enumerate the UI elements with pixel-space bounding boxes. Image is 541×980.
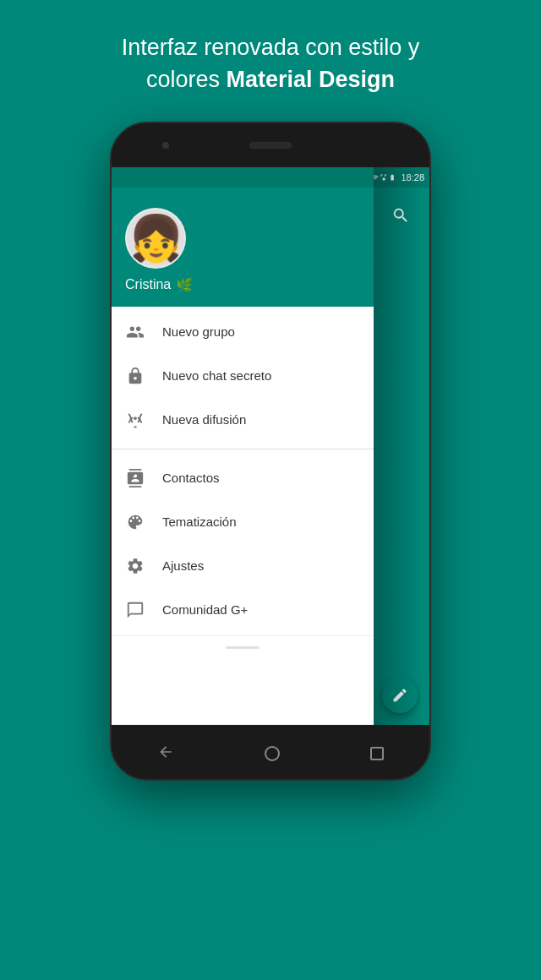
menu-label-contactos: Contactos bbox=[162, 471, 220, 485]
menu-item-nuevo-grupo[interactable]: Nuevo grupo bbox=[112, 310, 374, 354]
phone-top-bezel bbox=[112, 123, 429, 167]
compose-fab[interactable] bbox=[382, 678, 418, 713]
menu-label-chat-secreto: Nuevo chat secreto bbox=[162, 368, 271, 383]
settings-icon bbox=[125, 556, 145, 576]
menu-item-ajustes[interactable]: Ajustes bbox=[112, 544, 374, 588]
menu-label-tematizacion: Tematización bbox=[162, 514, 237, 529]
menu-divider bbox=[112, 449, 374, 449]
front-camera bbox=[162, 142, 169, 149]
menu-item-difusion[interactable]: Nueva difusión bbox=[112, 398, 374, 442]
menu-item-tematizacion[interactable]: Tematización bbox=[112, 500, 374, 544]
lock-icon bbox=[125, 366, 145, 386]
navigation-drawer: 👧 Cristina 🌿 Nuev bbox=[112, 167, 374, 725]
app-bar: 18:28 bbox=[372, 167, 429, 725]
contact-icon bbox=[125, 468, 145, 488]
avatar-emoji: 👧 bbox=[128, 215, 184, 261]
menu-label-nuevo-grupo: Nuevo grupo bbox=[162, 324, 235, 339]
edit-icon bbox=[391, 687, 408, 704]
menu-section-2: Contactos Tematización Aju bbox=[112, 453, 374, 635]
menu-item-chat-secreto[interactable]: Nuevo chat secreto bbox=[112, 354, 374, 398]
home-button[interactable] bbox=[265, 746, 280, 761]
user-name-row: Cristina 🌿 bbox=[125, 277, 360, 293]
phone-mockup: 18:28 18:27 2 18:27 18:26 16:46 13:47 11… bbox=[0, 113, 541, 781]
screen: 18:28 18:27 2 18:27 18:26 16:46 13:47 11… bbox=[112, 167, 429, 725]
header-section: Interfaz renovada con estilo y colores M… bbox=[0, 0, 541, 113]
menu-section-1: Nuevo grupo Nuevo chat secreto bbox=[112, 307, 374, 445]
drawer-scroll-hint bbox=[112, 635, 374, 659]
menu-label-difusion: Nueva difusión bbox=[162, 412, 246, 427]
menu-item-contactos[interactable]: Contactos bbox=[112, 456, 374, 500]
menu-label-comunidad: Comunidad G+ bbox=[162, 602, 248, 617]
signal-icon bbox=[380, 172, 387, 182]
phone-body: 18:28 18:27 2 18:27 18:26 16:46 13:47 11… bbox=[110, 122, 431, 781]
menu-label-ajustes: Ajustes bbox=[162, 558, 204, 573]
recents-button[interactable] bbox=[370, 747, 384, 760]
community-icon bbox=[125, 600, 145, 620]
battery-icon bbox=[389, 172, 396, 182]
navigation-bar bbox=[112, 725, 429, 781]
header-text-line1: Interfaz renovada con estilo y colores M… bbox=[51, 32, 490, 96]
user-status-emoji: 🌿 bbox=[176, 277, 193, 293]
palette-icon bbox=[125, 512, 145, 532]
user-name: Cristina bbox=[125, 277, 171, 292]
user-avatar[interactable]: 👧 bbox=[125, 208, 186, 269]
menu-item-comunidad[interactable]: Comunidad G+ bbox=[112, 588, 374, 632]
phone-speaker bbox=[249, 142, 292, 149]
search-icon bbox=[391, 206, 410, 225]
broadcast-icon bbox=[125, 410, 145, 430]
back-button[interactable] bbox=[157, 743, 174, 764]
search-button[interactable] bbox=[391, 198, 410, 237]
people-icon bbox=[125, 322, 145, 342]
drawer-header: 👧 Cristina 🌿 bbox=[112, 167, 374, 307]
